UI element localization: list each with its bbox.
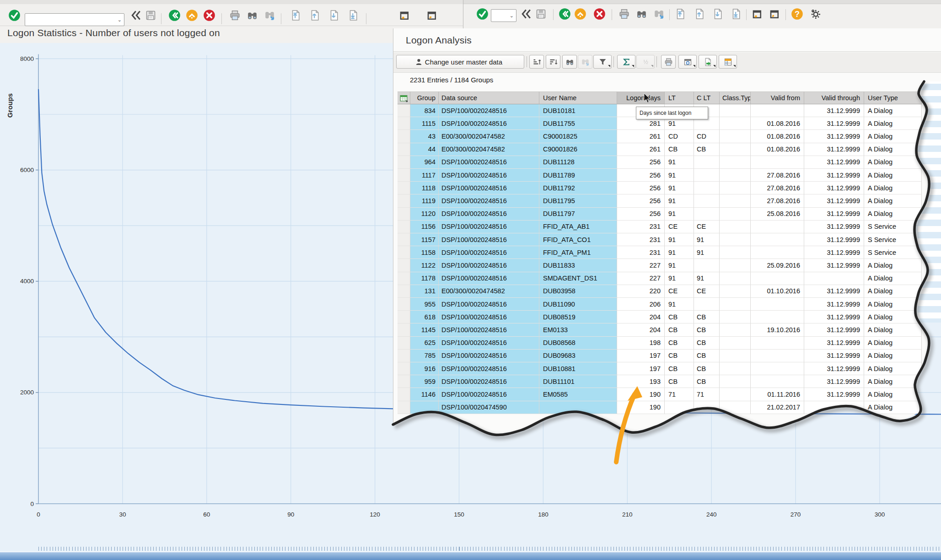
table-cell[interactable]: 27.08.2016 xyxy=(751,194,804,207)
column-header-valid-from[interactable]: Valid from xyxy=(751,92,804,104)
table-cell[interactable]: CE xyxy=(694,221,720,233)
change-user-master-data-button[interactable]: Change user master data xyxy=(396,55,524,69)
table-cell[interactable]: CB xyxy=(665,362,694,375)
table-cell[interactable]: 27.08.2016 xyxy=(751,169,804,182)
row-select-cell[interactable] xyxy=(398,221,410,233)
table-cell[interactable]: 625 xyxy=(410,337,439,350)
table-cell[interactable] xyxy=(720,130,751,143)
find-next-button[interactable] xyxy=(578,55,592,69)
last-page-button[interactable] xyxy=(729,7,742,21)
find-next-button[interactable] xyxy=(652,7,666,21)
table-cell[interactable]: DUB03958 xyxy=(539,285,617,298)
table-cell[interactable]: 91 xyxy=(665,272,694,285)
table-cell[interactable]: 44 xyxy=(410,143,439,156)
chevron-down-icon[interactable]: ⌄ xyxy=(118,17,124,23)
create-shortcut-button[interactable] xyxy=(767,7,781,21)
table-cell[interactable] xyxy=(694,259,720,272)
table-cell[interactable] xyxy=(720,182,751,194)
table-cell[interactable]: DUB09683 xyxy=(539,350,617,362)
table-cell[interactable] xyxy=(720,337,751,350)
table-cell[interactable]: CE xyxy=(665,221,694,233)
table-cell[interactable]: A Dialog xyxy=(864,194,922,207)
table-cell[interactable]: E00/300/0020474582 xyxy=(439,285,539,298)
table-cell[interactable]: DUB11789 xyxy=(539,169,617,182)
previous-page-button[interactable] xyxy=(307,8,321,22)
table-cell[interactable]: DSP/100/0020248516 xyxy=(439,194,539,207)
table-cell[interactable]: DSP/100/0020248516 xyxy=(439,246,539,259)
table-cell[interactable] xyxy=(720,311,751,323)
table-cell[interactable] xyxy=(751,362,804,375)
enter-button[interactable] xyxy=(7,8,21,22)
table-cell[interactable]: DSP/100/0020248516 xyxy=(439,233,539,246)
table-cell[interactable]: DSP/100/0020248516 xyxy=(439,182,539,194)
sort-ascending-button[interactable] xyxy=(529,55,544,69)
table-cell[interactable] xyxy=(720,169,751,182)
table-cell[interactable]: DUB10181 xyxy=(539,104,617,117)
table-cell[interactable]: 31.12.9999 xyxy=(804,221,864,233)
dropdown-triangle-icon[interactable] xyxy=(733,65,736,67)
table-cell[interactable]: 916 xyxy=(410,362,439,375)
row-select-cell[interactable] xyxy=(398,272,410,285)
dropdown-triangle-icon[interactable] xyxy=(693,65,695,67)
table-cell[interactable]: DSP/100/0020248516 xyxy=(439,259,539,272)
table-cell[interactable]: DUB11797 xyxy=(539,208,617,221)
table-cell[interactable]: S Service xyxy=(864,246,922,259)
table-cell[interactable]: 190 xyxy=(617,388,665,401)
row-select-cell[interactable] xyxy=(398,130,410,143)
row-select-cell[interactable] xyxy=(398,194,410,207)
table-cell[interactable]: 31.12.9999 xyxy=(804,143,864,156)
table-cell[interactable]: A Dialog xyxy=(864,156,922,169)
table-cell[interactable] xyxy=(720,362,751,375)
table-cell[interactable]: 618 xyxy=(410,311,439,323)
table-cell[interactable]: 1120 xyxy=(410,208,439,221)
table-cell[interactable]: DSP/100/0020248516 xyxy=(439,221,539,233)
table-cell[interactable]: 231 xyxy=(617,221,665,233)
table-cell[interactable]: 31.12.9999 xyxy=(804,298,864,311)
column-header-user-name[interactable]: User Name xyxy=(539,92,617,104)
table-cell[interactable]: 31.12.9999 xyxy=(804,246,864,259)
table-cell[interactable]: CB xyxy=(694,323,720,336)
table-cell[interactable]: 1145 xyxy=(410,323,439,336)
table-cell[interactable]: 91 xyxy=(665,182,694,194)
table-cell[interactable]: E00/300/0020474582 xyxy=(439,143,539,156)
table-cell[interactable]: CB xyxy=(665,337,694,350)
table-cell[interactable]: 91 xyxy=(665,169,694,182)
table-cell[interactable] xyxy=(751,272,804,285)
table-cell[interactable]: DUB11795 xyxy=(539,194,617,207)
table-cell[interactable]: CB xyxy=(694,350,720,362)
table-cell[interactable]: DUB11755 xyxy=(539,117,617,130)
table-cell[interactable]: 204 xyxy=(617,323,665,336)
table-cell[interactable]: S Service xyxy=(864,233,922,246)
print-button[interactable] xyxy=(228,8,242,22)
row-select-cell[interactable] xyxy=(398,401,410,414)
table-cell[interactable]: 1156 xyxy=(410,221,439,233)
table-cell[interactable]: A Dialog xyxy=(864,285,922,298)
sort-descending-button[interactable] xyxy=(546,55,560,69)
table-cell[interactable]: C90001825 xyxy=(539,130,617,143)
table-cell[interactable] xyxy=(751,104,804,117)
table-cell[interactable] xyxy=(694,194,720,207)
table-cell[interactable]: 31.12.9999 xyxy=(804,233,864,246)
table-cell[interactable]: 227 xyxy=(617,259,665,272)
table-cell[interactable]: C90001826 xyxy=(539,143,617,156)
table-cell[interactable] xyxy=(694,208,720,221)
table-cell[interactable]: 31.12.9999 xyxy=(804,323,864,336)
table-cell[interactable]: 1119 xyxy=(410,194,439,207)
row-select-cell[interactable] xyxy=(398,323,410,336)
table-cell[interactable]: 131 xyxy=(410,285,439,298)
table-cell[interactable]: A Dialog xyxy=(864,117,922,130)
table-cell[interactable]: FFID_ATA_PM1 xyxy=(539,246,617,259)
table-cell[interactable]: 31.12.9999 xyxy=(804,350,864,362)
table-cell[interactable]: 91 xyxy=(665,233,694,246)
table-cell[interactable] xyxy=(720,156,751,169)
back-button[interactable] xyxy=(558,7,571,21)
table-cell[interactable] xyxy=(720,388,751,401)
table-cell[interactable] xyxy=(539,401,617,414)
table-cell[interactable]: 220 xyxy=(617,285,665,298)
create-shortcut-button[interactable] xyxy=(425,8,438,22)
filter-button[interactable] xyxy=(593,55,612,69)
customize-button[interactable] xyxy=(808,7,822,21)
table-cell[interactable]: 31.12.9999 xyxy=(804,285,864,298)
table-cell[interactable]: CB xyxy=(694,375,720,388)
chevron-down-icon[interactable]: ⌄ xyxy=(510,13,516,19)
